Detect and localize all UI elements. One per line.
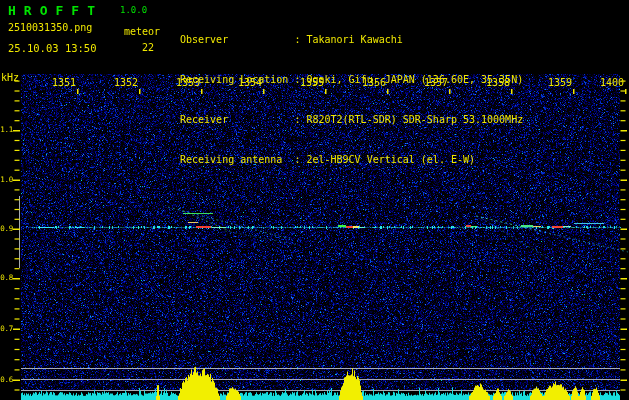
mode-label: meteor xyxy=(124,26,160,37)
time-tick-label: 1357 xyxy=(424,77,448,88)
meteor-count: 22 xyxy=(133,42,163,53)
time-tick-label: 1359 xyxy=(548,77,572,88)
station-info-block: Observer : Takanori Kawachi Receiving Lo… xyxy=(180,6,523,194)
hrofft-output-image: HROFFT 1.0.0 2510031350.png meteor 25.10… xyxy=(0,0,629,400)
observation-datetime: 25.10.03 13:50 xyxy=(8,42,97,54)
freq-tick-label: 0.8 xyxy=(0,273,13,282)
time-tick-label: 1353 xyxy=(176,77,200,88)
freq-tick-label: 0.7 xyxy=(0,324,13,333)
app-version: 1.0.0 xyxy=(120,5,147,15)
output-filename: 2510031350.png xyxy=(8,22,92,33)
time-tick-label: 1358 xyxy=(486,77,510,88)
time-tick-label: 1355 xyxy=(300,77,324,88)
time-tick-label: 1356 xyxy=(362,77,386,88)
freq-axis-unit-label: kHz xyxy=(1,72,19,83)
freq-tick-label: 0.9 xyxy=(0,224,13,233)
info-line-location: Receiving Location : Ogaki, Gifu, JAPAN … xyxy=(180,73,523,86)
info-line-antenna: Receiving antenna : 2el-HB9CV Vertical (… xyxy=(180,153,523,166)
info-line-observer: Observer : Takanori Kawachi xyxy=(180,33,523,46)
time-tick-label: 1400 xyxy=(600,77,624,88)
freq-tick-label: 1.0 xyxy=(0,175,13,184)
freq-tick-label: 0.6 xyxy=(0,375,13,384)
time-tick-label: 1351 xyxy=(52,77,76,88)
freq-tick-label: 1.1 xyxy=(0,125,13,134)
time-tick-label: 1352 xyxy=(114,77,138,88)
info-line-receiver: Receiver : R820T2(RTL-SDR) SDR-Sharp 53.… xyxy=(180,113,523,126)
time-tick-label: 1354 xyxy=(238,77,262,88)
app-title: HROFFT xyxy=(8,3,103,18)
